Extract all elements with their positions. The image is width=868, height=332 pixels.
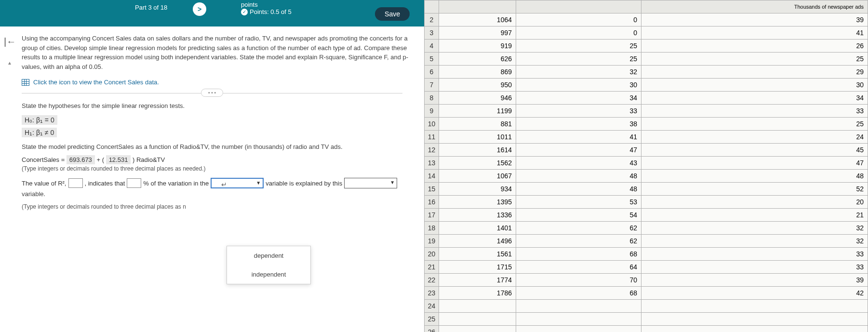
table-row[interactable]: 89463434 xyxy=(425,92,868,105)
cell-newspaper[interactable]: 41 xyxy=(641,27,868,40)
cell-newspaper[interactable] xyxy=(641,326,868,332)
cell-sales[interactable]: 1562 xyxy=(439,157,516,170)
cell-newspaper[interactable]: 25 xyxy=(641,53,868,66)
cell-sales[interactable]: 881 xyxy=(439,118,516,131)
table-row[interactable]: 2117156433 xyxy=(425,261,868,274)
table-row[interactable]: 1814016232 xyxy=(425,222,868,235)
cell-newspaper[interactable]: 47 xyxy=(641,157,868,170)
view-data-link[interactable]: Click the icon to view the Concert Sales… xyxy=(22,79,412,86)
cell-sales[interactable]: 1561 xyxy=(439,248,516,261)
scroll-up-icon[interactable]: ▲ xyxy=(7,60,12,66)
cell-sales[interactable] xyxy=(439,313,516,326)
dropdown-option-dependent[interactable]: dependent xyxy=(227,246,310,265)
table-row[interactable]: 108813825 xyxy=(425,118,868,131)
cell-sales[interactable]: 1199 xyxy=(439,105,516,118)
cell-newspaper[interactable]: 20 xyxy=(641,196,868,209)
table-row[interactable]: 26 xyxy=(425,326,868,332)
cell-sales[interactable]: 1614 xyxy=(439,144,516,157)
save-button[interactable]: Save xyxy=(375,7,410,21)
cell-newspaper[interactable]: 42 xyxy=(641,287,868,300)
cell-sales[interactable] xyxy=(439,300,516,313)
cell-newspaper[interactable]: 33 xyxy=(641,248,868,261)
cell-radio-tv[interactable]: 34 xyxy=(516,92,641,105)
cell-radio-tv[interactable]: 33 xyxy=(516,105,641,118)
cell-newspaper[interactable]: 39 xyxy=(641,13,868,27)
cell-sales[interactable]: 1067 xyxy=(439,170,516,183)
cell-radio-tv[interactable]: 62 xyxy=(516,222,641,235)
cell-sales[interactable]: 1011 xyxy=(439,131,516,144)
table-row[interactable]: 1110114124 xyxy=(425,131,868,144)
cell-radio-tv[interactable]: 64 xyxy=(516,261,641,274)
cell-sales[interactable]: 1336 xyxy=(439,209,516,222)
table-row[interactable]: 159344852 xyxy=(425,183,868,196)
table-row[interactable]: 1315624347 xyxy=(425,157,868,170)
cell-newspaper[interactable]: 33 xyxy=(641,261,868,274)
table-row[interactable]: 2217747039 xyxy=(425,274,868,287)
cell-sales[interactable]: 1064 xyxy=(439,13,516,27)
cell-sales[interactable]: 869 xyxy=(439,66,516,79)
cell-radio-tv[interactable]: 0 xyxy=(516,27,641,40)
cell-newspaper[interactable]: 30 xyxy=(641,79,868,92)
cell-radio-tv[interactable]: 25 xyxy=(516,53,641,66)
variable-type-select-2[interactable] xyxy=(344,178,397,188)
table-row[interactable]: 24 xyxy=(425,300,868,313)
cell-radio-tv[interactable]: 43 xyxy=(516,157,641,170)
table-row[interactable]: 1410674848 xyxy=(425,170,868,183)
table-row[interactable]: 49192526 xyxy=(425,40,868,53)
cell-newspaper[interactable]: 48 xyxy=(641,170,868,183)
table-row[interactable]: 3997041 xyxy=(425,27,868,40)
cell-newspaper[interactable]: 24 xyxy=(641,131,868,144)
cell-newspaper[interactable]: 45 xyxy=(641,144,868,157)
cell-newspaper[interactable]: 39 xyxy=(641,274,868,287)
table-row[interactable]: 1914966232 xyxy=(425,235,868,248)
cell-radio-tv[interactable]: 0 xyxy=(516,13,641,27)
cell-sales[interactable]: 1715 xyxy=(439,261,516,274)
collapse-icon[interactable]: |← xyxy=(4,36,16,47)
cell-newspaper[interactable] xyxy=(641,313,868,326)
cell-radio-tv[interactable]: 41 xyxy=(516,131,641,144)
cell-radio-tv[interactable]: 25 xyxy=(516,40,641,53)
cell-sales[interactable]: 1786 xyxy=(439,287,516,300)
table-row[interactable]: 79503030 xyxy=(425,79,868,92)
percent-input[interactable] xyxy=(127,178,141,188)
cell-sales[interactable]: 934 xyxy=(439,183,516,196)
cell-radio-tv[interactable] xyxy=(516,313,641,326)
cell-sales[interactable]: 1774 xyxy=(439,274,516,287)
cell-newspaper[interactable]: 26 xyxy=(641,40,868,53)
cell-sales[interactable]: 997 xyxy=(439,27,516,40)
cell-radio-tv[interactable]: 54 xyxy=(516,209,641,222)
cell-newspaper[interactable]: 25 xyxy=(641,118,868,131)
cell-newspaper[interactable] xyxy=(641,300,868,313)
cell-radio-tv[interactable]: 53 xyxy=(516,196,641,209)
cell-radio-tv[interactable]: 47 xyxy=(516,144,641,157)
cell-sales[interactable]: 919 xyxy=(439,40,516,53)
cell-newspaper[interactable]: 21 xyxy=(641,209,868,222)
table-row[interactable]: 1613955320 xyxy=(425,196,868,209)
cell-radio-tv[interactable]: 32 xyxy=(516,66,641,79)
cell-radio-tv[interactable] xyxy=(516,300,641,313)
cell-sales[interactable] xyxy=(439,326,516,332)
cell-sales[interactable]: 1496 xyxy=(439,235,516,248)
cell-sales[interactable]: 626 xyxy=(439,53,516,66)
cell-radio-tv[interactable]: 70 xyxy=(516,274,641,287)
data-table[interactable]: Thousands of newspaper ads 2106403939970… xyxy=(424,0,868,332)
cell-radio-tv[interactable]: 30 xyxy=(516,79,641,92)
cell-radio-tv[interactable]: 38 xyxy=(516,118,641,131)
cell-sales[interactable]: 946 xyxy=(439,92,516,105)
expand-button[interactable]: • • • xyxy=(201,89,223,97)
cell-radio-tv[interactable]: 48 xyxy=(516,170,641,183)
cell-newspaper[interactable]: 34 xyxy=(641,92,868,105)
cell-radio-tv[interactable]: 62 xyxy=(516,235,641,248)
cell-radio-tv[interactable] xyxy=(516,326,641,332)
cell-radio-tv[interactable]: 68 xyxy=(516,248,641,261)
table-row[interactable]: 2317866842 xyxy=(425,287,868,300)
cell-sales[interactable]: 950 xyxy=(439,79,516,92)
table-row[interactable]: 1713365421 xyxy=(425,209,868,222)
table-row[interactable]: 25 xyxy=(425,313,868,326)
cell-radio-tv[interactable]: 68 xyxy=(516,287,641,300)
table-row[interactable]: 2015616833 xyxy=(425,248,868,261)
next-button[interactable]: > xyxy=(193,2,206,16)
table-row[interactable]: 68693229 xyxy=(425,66,868,79)
cell-newspaper[interactable]: 32 xyxy=(641,235,868,248)
table-row[interactable]: 1216144745 xyxy=(425,144,868,157)
